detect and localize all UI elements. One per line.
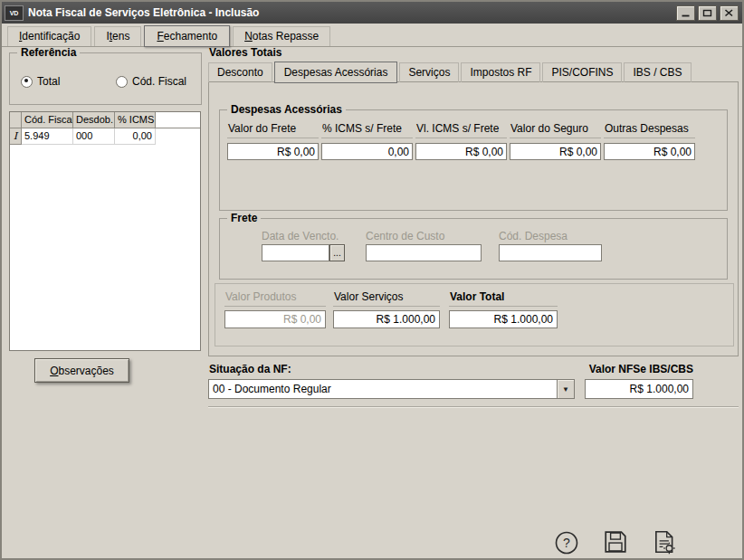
grid-header-cod-fiscal: Cód. Fiscal <box>22 112 73 128</box>
grid-selector-header <box>10 112 22 128</box>
radio-total[interactable]: Total <box>21 75 60 88</box>
icms-frete-pct-input[interactable] <box>321 143 413 160</box>
tab-desconto[interactable]: Desconto <box>208 62 272 82</box>
valor-seguro-input[interactable] <box>510 143 601 160</box>
tab-fechamento[interactable]: Fechamento <box>144 25 230 47</box>
window-title: Nota Fiscal de Serviços Eletrônica - Inc… <box>28 6 672 19</box>
save-icon <box>603 529 628 555</box>
dropdown-arrow-icon[interactable]: ▼ <box>557 380 574 398</box>
outras-despesas-input[interactable] <box>604 143 695 160</box>
valores-tab-bar: Desconto Despesas Acessórias Serviços Im… <box>208 62 693 82</box>
cell-cod-fiscal[interactable]: 5.949 <box>22 128 73 145</box>
observacoes-button[interactable]: Observações <box>34 358 129 383</box>
field-icms-frete-pct: % ICMS s/ Frete <box>321 121 413 160</box>
radio-cod-fiscal-label: Cód. Fiscal <box>132 75 186 88</box>
grid-header-desdob: Desdob. <box>73 112 115 128</box>
maximize-icon <box>702 9 712 17</box>
data-vencto-field: ... <box>262 244 345 261</box>
app-icon: VD <box>5 5 24 21</box>
field-outras-despesas: Outras Despesas <box>604 121 695 160</box>
despesas-acessorias-group: Despesas Acessórias Valor do Frete % ICM… <box>219 109 728 211</box>
radio-total-icon <box>21 76 33 88</box>
field-valor-servicos: Valor Serviços <box>333 289 440 328</box>
grid-header-icms: % ICMS <box>115 112 156 128</box>
cell-icms[interactable]: 0,00 <box>115 128 156 145</box>
referencia-group-label: Referência <box>17 46 80 59</box>
close-icon <box>724 9 734 17</box>
valor-frete-label: Valor do Frete <box>227 121 319 138</box>
main-tab-bar: Identificação Itens Fechamento Notas Rep… <box>2 26 742 47</box>
frete-group-label: Frete <box>227 212 261 224</box>
help-button[interactable]: ? <box>554 529 581 556</box>
valor-servicos-label: Valor Serviços <box>333 289 440 307</box>
field-vl-icms-frete: Vl. ICMS s/ Frete <box>415 121 507 160</box>
tab-identificacao[interactable]: Identificação <box>7 26 91 46</box>
totais-panel: Valor Produtos Valor Serviços Valor Tota… <box>215 283 734 346</box>
valor-seguro-label: Valor do Seguro <box>510 121 601 138</box>
valores-totais-label: Valores Totais <box>209 46 281 59</box>
centro-custo-input[interactable] <box>366 244 482 261</box>
tab-itens[interactable]: Itens <box>94 26 141 46</box>
tab-despesas-acessorias[interactable]: Despesas Acessórias <box>274 62 398 83</box>
tab-ibs-cbs[interactable]: IBS / CBS <box>624 62 691 82</box>
footer-divider <box>208 406 739 408</box>
items-grid: Cód. Fiscal Desdob. % ICMS I 5.949 000 0… <box>9 111 201 351</box>
valor-frete-input[interactable] <box>227 143 319 160</box>
title-bar[interactable]: VD Nota Fiscal de Serviços Eletrônica - … <box>2 2 742 24</box>
field-valor-seguro: Valor do Seguro <box>510 121 601 160</box>
despesas-fields-row: Valor do Frete % ICMS s/ Frete Vl. ICMS … <box>227 121 695 160</box>
row-edit-indicator-icon: I <box>10 128 22 145</box>
date-picker-button[interactable]: ... <box>329 244 345 261</box>
centro-custo-label: Centro de Custo <box>366 230 444 242</box>
valor-nfse-label: Valor NFSe IBS/CBS <box>585 363 693 375</box>
cod-despesa-label: Cód. Despesa <box>499 230 568 242</box>
cell-desdob[interactable]: 000 <box>73 128 115 145</box>
radio-cod-fiscal[interactable]: Cód. Fiscal <box>116 75 186 88</box>
situacao-nf-label: Situação da NF: <box>209 363 291 375</box>
tab-servicos[interactable]: Serviços <box>399 62 459 82</box>
despesas-acessorias-group-label: Despesas Acessórias <box>227 103 346 116</box>
despesas-tab-page: Despesas Acessórias Valor do Frete % ICM… <box>208 81 739 356</box>
document-gear-button[interactable] <box>652 528 679 555</box>
maximize-button[interactable] <box>698 5 717 21</box>
field-valor-total: Valor Total <box>449 289 558 328</box>
valor-total-label: Valor Total <box>449 289 558 307</box>
save-button[interactable] <box>603 528 630 555</box>
minimize-button[interactable] <box>676 5 695 21</box>
referencia-group: Referência Total Cód. Fiscal <box>9 52 202 105</box>
vl-icms-frete-label: Vl. ICMS s/ Frete <box>415 121 507 138</box>
valor-servicos-input[interactable] <box>333 310 440 328</box>
vl-icms-frete-input[interactable] <box>415 143 507 160</box>
grid-header-filler <box>156 112 200 128</box>
svg-text:?: ? <box>563 536 570 550</box>
close-button[interactable] <box>720 5 739 21</box>
field-valor-frete: Valor do Frete <box>227 121 319 160</box>
grid-header-row: Cód. Fiscal Desdob. % ICMS <box>10 112 200 128</box>
outras-despesas-label: Outras Despesas <box>604 121 695 138</box>
radio-cod-fiscal-icon <box>116 76 128 88</box>
cod-despesa-input[interactable] <box>499 244 602 261</box>
table-row[interactable]: I 5.949 000 0,00 <box>10 128 200 145</box>
frete-group: Frete Data de Vencto. ... Centro de Cust… <box>219 218 728 280</box>
valor-total-input <box>449 310 558 328</box>
situacao-nf-value: 00 - Documento Regular <box>209 383 557 395</box>
app-window: VD Nota Fiscal de Serviços Eletrônica - … <box>0 0 744 560</box>
radio-total-label: Total <box>37 75 60 88</box>
tab-impostos-rf[interactable]: Impostos RF <box>461 62 540 82</box>
data-vencto-label: Data de Vencto. <box>262 230 339 242</box>
valor-produtos-label: Valor Produtos <box>224 289 326 307</box>
valor-produtos-input <box>224 310 326 328</box>
tab-pis-cofins[interactable]: PIS/COFINS <box>542 62 622 82</box>
help-icon: ? <box>554 530 579 555</box>
minimize-icon <box>681 9 691 17</box>
window-controls <box>676 5 739 21</box>
data-vencto-input[interactable] <box>262 244 329 261</box>
valor-nfse-input <box>585 379 693 399</box>
icms-frete-pct-label: % ICMS s/ Frete <box>321 121 413 138</box>
situacao-nf-select[interactable]: 00 - Documento Regular ▼ <box>208 379 575 399</box>
tab-notas-repasse[interactable]: Notas Repasse <box>233 26 330 46</box>
field-valor-produtos: Valor Produtos <box>224 289 326 328</box>
document-gear-icon <box>652 529 677 555</box>
